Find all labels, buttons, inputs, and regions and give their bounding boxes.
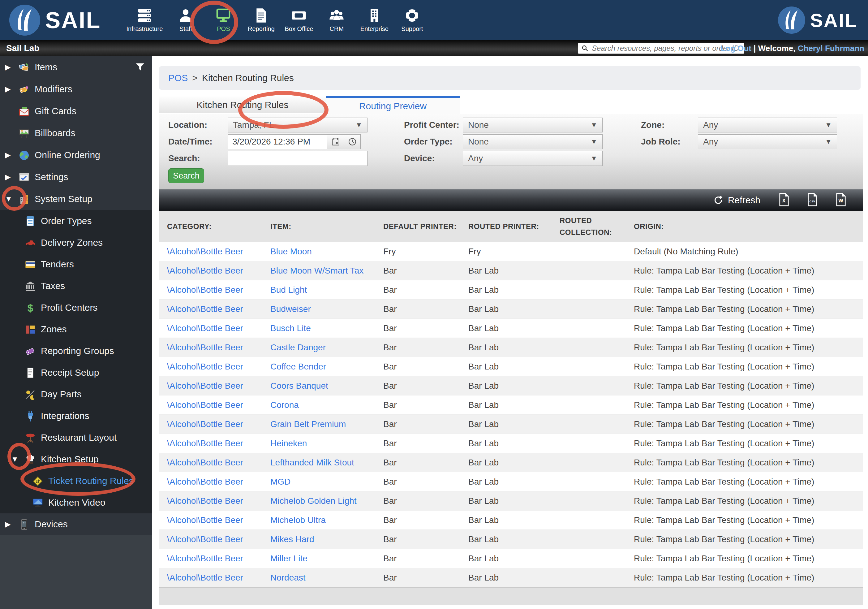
category-link[interactable]: \Alcohol\Bottle Beer <box>167 400 243 410</box>
sidebar-item-tenders[interactable]: Tenders <box>0 253 152 275</box>
item-link[interactable]: MGD <box>270 477 290 486</box>
expander-right-icon[interactable]: ▶ <box>5 85 19 93</box>
item-search-input[interactable] <box>228 151 367 166</box>
nav-enterprise[interactable]: Enterprise <box>356 8 392 33</box>
item-link[interactable]: Budweiser <box>270 304 311 314</box>
clock-button[interactable] <box>344 134 361 149</box>
search-button[interactable]: Search <box>168 168 204 183</box>
category-link[interactable]: \Alcohol\Bottle Beer <box>167 381 243 390</box>
category-link[interactable]: \Alcohol\Bottle Beer <box>167 458 243 467</box>
category-link[interactable]: \Alcohol\Bottle Beer <box>167 477 243 486</box>
category-link[interactable]: \Alcohol\Bottle Beer <box>167 419 243 429</box>
nav-crm[interactable]: CRM <box>319 8 355 33</box>
item-link[interactable]: Busch Lite <box>270 323 311 333</box>
item-link[interactable]: Michelob Ultra <box>270 515 326 525</box>
refresh-button[interactable]: Refresh <box>713 195 760 205</box>
item-link[interactable]: Nordeast <box>270 573 305 583</box>
sail-logo[interactable]: SAIL <box>9 5 101 36</box>
category-link[interactable]: \Alcohol\Bottle Beer <box>167 362 243 371</box>
category-link[interactable]: \Alcohol\Bottle Beer <box>167 573 243 583</box>
category-link[interactable]: \Alcohol\Bottle Beer <box>167 554 243 563</box>
item-link[interactable]: Michelob Golden Light <box>270 496 356 506</box>
item-link[interactable]: Coffee Bender <box>270 362 326 371</box>
profit-center-select[interactable]: None ▼ <box>463 118 603 132</box>
sidebar-item-kitchen-setup[interactable]: ▼Kitchen Setup <box>0 448 152 470</box>
expander-right-icon[interactable]: ▶ <box>5 172 19 181</box>
item-link[interactable]: Coors Banquet <box>270 381 328 390</box>
nav-support[interactable]: Support <box>394 8 430 33</box>
sidebar-item-zones[interactable]: Zones <box>0 318 152 340</box>
breadcrumb-section-link[interactable]: POS <box>168 73 188 83</box>
sidebar-item-devices[interactable]: ▶Devices <box>0 513 152 535</box>
sidebar-item-items[interactable]: ▶Items <box>0 56 152 78</box>
category-link[interactable]: \Alcohol\Bottle Beer <box>167 285 243 295</box>
item-link[interactable]: Corona <box>270 400 299 410</box>
order-type-select[interactable]: None ▼ <box>463 134 603 149</box>
user-name-link[interactable]: Cheryl Fuhrmann <box>798 44 864 53</box>
default-printer-cell: Bar <box>383 554 468 564</box>
datetime-input[interactable] <box>228 134 327 149</box>
sidebar-item-order-types[interactable]: Order Types <box>0 210 152 232</box>
origin-cell: Rule: Tampa Lab Bar Testing (Location + … <box>634 496 863 506</box>
expander-down-icon[interactable]: ▼ <box>11 455 25 463</box>
nav-reporting[interactable]: Reporting <box>243 8 279 33</box>
item-link[interactable]: Grain Belt Premium <box>270 419 346 429</box>
item-link[interactable]: Blue Moon W/Smart Tax <box>270 266 363 275</box>
sidebar-item-integrations[interactable]: Integrations <box>0 405 152 427</box>
sidebar-item-modifiers[interactable]: ▶Modifiers <box>0 78 152 100</box>
device-select[interactable]: Any ▼ <box>463 151 603 166</box>
sidebar-item-restaurant-layout[interactable]: Restaurant Layout <box>0 427 152 448</box>
sidebar-item-reporting-groups[interactable]: Reporting Groups <box>0 340 152 362</box>
item-link[interactable]: Castle Danger <box>270 343 326 352</box>
item-link[interactable]: Bud Light <box>270 285 307 295</box>
sidebar-item-billboards[interactable]: Billboards <box>0 122 152 144</box>
sidebar-item-receipt-setup[interactable]: Receipt Setup <box>0 362 152 384</box>
nav-infrastructure[interactable]: Infrastructure <box>123 8 166 33</box>
category-link[interactable]: \Alcohol\Bottle Beer <box>167 304 243 314</box>
expander-down-icon[interactable]: ▼ <box>5 195 19 203</box>
global-search-input[interactable] <box>591 44 741 53</box>
item-link[interactable]: Lefthanded Milk Stout <box>270 458 354 467</box>
logout-link[interactable]: Log Out <box>721 44 752 53</box>
export-csv-icon[interactable]: csv <box>806 202 818 207</box>
expander-right-icon[interactable]: ▶ <box>5 63 19 71</box>
category-link[interactable]: \Alcohol\Bottle Beer <box>167 323 243 333</box>
expander-right-icon[interactable]: ▶ <box>5 520 19 528</box>
nav-pos[interactable]: POS <box>205 8 241 33</box>
export-word-icon[interactable]: W <box>835 202 847 207</box>
item-link[interactable]: Heineken <box>270 438 307 448</box>
sidebar-item-taxes[interactable]: Taxes <box>0 275 152 297</box>
sidebar-item-system-setup[interactable]: ▼System Setup <box>0 188 152 210</box>
tab-kitchen-routing-rules[interactable]: Kitchen Routing Rules <box>159 96 326 113</box>
category-link[interactable]: \Alcohol\Bottle Beer <box>167 438 243 448</box>
routed-printer-cell: Bar Lab <box>468 400 560 410</box>
item-link[interactable]: Mikes Hard <box>270 534 314 544</box>
sidebar-item-label: Delivery Zones <box>41 237 103 248</box>
sidebar-item-gift-cards[interactable]: Gift Cards <box>0 100 152 122</box>
category-link[interactable]: \Alcohol\Bottle Beer <box>167 515 243 525</box>
sidebar-item-kitchen-video[interactable]: Kitchen Video <box>0 492 152 513</box>
sidebar-item-ticket-routing-rules[interactable]: Ticket Routing Rules <box>0 470 152 492</box>
zone-select[interactable]: Any ▼ <box>698 118 837 132</box>
location-select[interactable]: Tampa, FL ▼ <box>228 118 367 132</box>
export-excel-icon[interactable]: X <box>778 202 790 207</box>
sidebar-item-online-ordering[interactable]: ▶Online Ordering <box>0 144 152 166</box>
category-link[interactable]: \Alcohol\Bottle Beer <box>167 534 243 544</box>
nav-staff[interactable]: Staff <box>167 8 203 33</box>
category-link[interactable]: \Alcohol\Bottle Beer <box>167 496 243 506</box>
tab-routing-preview[interactable]: Routing Preview <box>326 96 460 115</box>
job-role-select[interactable]: Any ▼ <box>698 134 837 149</box>
item-link[interactable]: Miller Lite <box>270 554 307 563</box>
sidebar-item-profit-centers[interactable]: $Profit Centers <box>0 297 152 318</box>
filter-icon[interactable] <box>135 62 146 75</box>
item-link[interactable]: Blue Moon <box>270 247 312 256</box>
nav-box-office[interactable]: Box Office <box>281 8 317 33</box>
category-link[interactable]: \Alcohol\Bottle Beer <box>167 247 243 256</box>
calendar-button[interactable] <box>327 134 344 149</box>
category-link[interactable]: \Alcohol\Bottle Beer <box>167 266 243 275</box>
category-link[interactable]: \Alcohol\Bottle Beer <box>167 343 243 352</box>
expander-right-icon[interactable]: ▶ <box>5 151 19 159</box>
sidebar-item-delivery-zones[interactable]: Delivery Zones <box>0 232 152 253</box>
sidebar-item-day-parts[interactable]: Day Parts <box>0 384 152 405</box>
sidebar-item-settings[interactable]: ▶Settings <box>0 166 152 188</box>
